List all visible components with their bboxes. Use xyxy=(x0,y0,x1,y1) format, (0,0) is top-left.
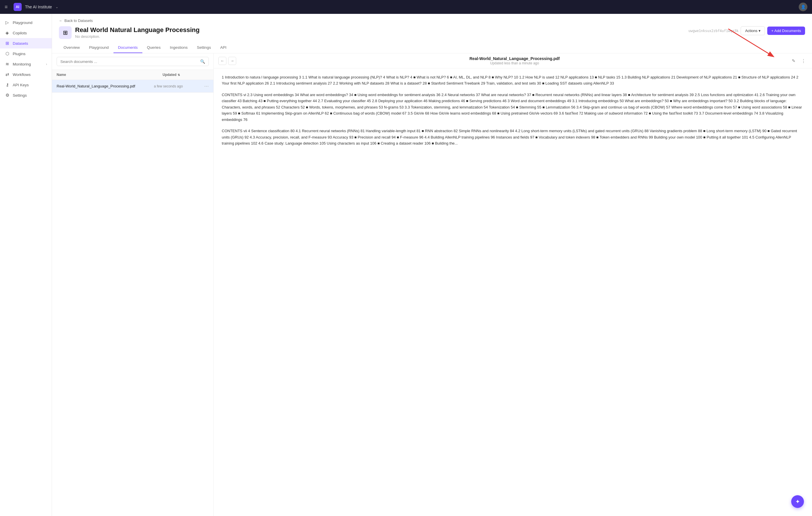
add-documents-label: + Add Documents xyxy=(771,29,801,33)
sidebar-item-workflows[interactable]: ⇄ Workflows xyxy=(0,69,52,80)
preview-edit-button[interactable]: ✎ xyxy=(789,57,798,65)
plugins-icon: ⬡ xyxy=(5,51,10,56)
main-content: ← Back to Datasets ⊞ Real World Natural … xyxy=(52,14,812,516)
playground-icon: ▷ xyxy=(5,20,10,25)
preview-content: 1 Introduction to natura l language proc… xyxy=(214,68,812,516)
avatar[interactable]: 👤 xyxy=(799,3,807,11)
tab-ingestions[interactable]: Ingestions xyxy=(165,42,192,53)
sidebar-item-settings[interactable]: ⚙ Settings xyxy=(0,90,52,100)
preview-actions: ✎ ⋮ xyxy=(789,57,807,65)
preview-updated: Updated less than a minute ago xyxy=(240,61,789,65)
sidebar-label-settings: Settings xyxy=(13,93,27,97)
sort-icon[interactable]: ⇅ xyxy=(178,73,180,77)
doc-row-more-icon[interactable]: ⋯ xyxy=(200,83,209,89)
preview-title-group: Real-World_Natural_Language_Processing.p… xyxy=(240,56,789,65)
org-logo-text: AI xyxy=(16,5,19,9)
preview-next-button[interactable]: → xyxy=(228,57,236,65)
tab-api[interactable]: API xyxy=(215,42,231,53)
page-header: ← Back to Datasets ⊞ Real World Natural … xyxy=(52,14,812,53)
sidebar-label-plugins: Plugins xyxy=(13,52,25,56)
preview-more-button[interactable]: ⋮ xyxy=(799,57,807,65)
monitoring-arrow-icon: › xyxy=(46,62,47,66)
search-bar-container: 🔍 xyxy=(52,53,213,70)
monitoring-icon: ≋ xyxy=(5,61,10,67)
back-label: Back to Datasets xyxy=(64,19,93,23)
tab-queries[interactable]: Queries xyxy=(142,42,165,53)
sidebar-label-playground: Playground xyxy=(13,21,32,25)
sidebar-item-datasets[interactable]: ⊞ Datasets xyxy=(0,38,52,49)
preview-nav: ← → xyxy=(218,57,236,65)
tab-settings[interactable]: Settings xyxy=(192,42,216,53)
sidebar-label-datasets: Datasets xyxy=(13,41,28,45)
table-header: Name Updated ⇅ xyxy=(52,70,213,80)
org-name: The AI Institute xyxy=(25,5,52,9)
actions-button[interactable]: Actions ▾ xyxy=(741,26,765,35)
back-to-datasets-link[interactable]: ← Back to Datasets xyxy=(59,19,93,23)
org-chevron-icon[interactable]: ⌄ xyxy=(55,5,58,9)
add-documents-button[interactable]: + Add Documents xyxy=(767,27,805,35)
search-input[interactable] xyxy=(60,59,198,64)
dataset-desc: No description. xyxy=(75,34,200,39)
fab-icon: ✦ xyxy=(795,498,800,505)
sidebar-item-api-keys[interactable]: ⚷ API Keys xyxy=(0,80,52,90)
sidebar-item-playground[interactable]: ▷ Playground xyxy=(0,17,52,28)
document-table: Name Updated ⇅ Real-World_Natural_Langua… xyxy=(52,70,213,516)
preview-filename: Real-World_Natural_Language_Processing.p… xyxy=(240,56,789,61)
workflows-icon: ⇄ xyxy=(5,72,10,77)
sidebar-label-workflows: Workflows xyxy=(13,72,31,77)
prev-icon: ← xyxy=(221,59,224,63)
topbar: ≡ AI The AI Institute ⌄ 👤 xyxy=(0,0,812,14)
sidebar-label-api-keys: API Keys xyxy=(13,83,29,87)
tab-documents[interactable]: Documents xyxy=(114,42,142,53)
dataset-icon: ⊞ xyxy=(59,26,71,39)
preview-paragraph-2: CONTENTS vi 2.3 Using word embeddings 34… xyxy=(222,92,804,123)
actions-label: Actions xyxy=(745,29,757,33)
dataset-title-text-group: Real World Natural Language Processing N… xyxy=(75,26,200,39)
dataset-icon-glyph: ⊞ xyxy=(63,29,68,36)
api-key-display: uwgwe1nksux2zbf4uf1wqq3k xyxy=(688,29,738,33)
actions-chevron-icon: ▾ xyxy=(759,29,761,33)
fab-button[interactable]: ✦ xyxy=(791,495,804,508)
doc-name: Real-World_Natural_Language_Processing.p… xyxy=(57,84,154,88)
settings-icon: ⚙ xyxy=(5,93,10,98)
dataset-header: ⊞ Real World Natural Language Processing… xyxy=(59,26,805,39)
search-icon: 🔍 xyxy=(200,59,205,64)
next-icon: → xyxy=(230,59,234,63)
hamburger-icon[interactable]: ≡ xyxy=(5,4,8,10)
header-actions: uwgwe1nksux2zbf4uf1wqq3k Actions ▾ + Add… xyxy=(688,26,805,35)
tab-playground[interactable]: Playground xyxy=(84,42,113,53)
table-row[interactable]: Real-World_Natural_Language_Processing.p… xyxy=(52,80,213,93)
preview-prev-button[interactable]: ← xyxy=(218,57,226,65)
tab-overview[interactable]: Overview xyxy=(59,42,84,53)
sidebar-item-copilots[interactable]: ◈ Copilots xyxy=(0,28,52,38)
right-pane: ← → Real-World_Natural_Language_Processi… xyxy=(214,53,812,516)
sidebar-item-monitoring[interactable]: ≋ Monitoring › xyxy=(0,59,52,69)
more-icon: ⋮ xyxy=(801,58,806,63)
dataset-title: Real World Natural Language Processing xyxy=(75,26,200,34)
avatar-icon: 👤 xyxy=(801,5,806,9)
edit-icon: ✎ xyxy=(792,58,795,63)
preview-header: ← → Real-World_Natural_Language_Processi… xyxy=(214,53,812,68)
dataset-title-group: ⊞ Real World Natural Language Processing… xyxy=(59,26,200,39)
col-header-name: Name xyxy=(57,73,163,77)
doc-updated: a few seconds ago xyxy=(154,84,200,88)
left-pane: 🔍 Name Updated ⇅ Real-World_Natural_Lang… xyxy=(52,53,214,516)
sidebar-item-plugins[interactable]: ⬡ Plugins xyxy=(0,49,52,59)
search-bar: 🔍 xyxy=(57,57,209,66)
copilots-icon: ◈ xyxy=(5,30,10,35)
split-area: 🔍 Name Updated ⇅ Real-World_Natural_Lang… xyxy=(52,53,812,516)
app-body: ▷ Playground ◈ Copilots ⊞ Datasets ⬡ Plu… xyxy=(0,14,812,516)
back-arrow-icon: ← xyxy=(59,19,63,23)
org-logo: AI xyxy=(13,3,22,11)
sidebar-label-copilots: Copilots xyxy=(13,31,27,35)
preview-paragraph-3: CONTENTS vii 4 Sentence classification 8… xyxy=(222,128,804,146)
col-header-updated: Updated ⇅ xyxy=(163,73,209,77)
preview-paragraph-1: 1 Introduction to natura l language proc… xyxy=(222,74,804,87)
sidebar: ▷ Playground ◈ Copilots ⊞ Datasets ⬡ Plu… xyxy=(0,14,52,516)
sidebar-label-monitoring: Monitoring xyxy=(13,62,31,66)
nav-tabs: Overview Playground Documents Queries In… xyxy=(59,42,805,53)
datasets-icon: ⊞ xyxy=(5,41,10,46)
api-keys-icon: ⚷ xyxy=(5,82,10,87)
